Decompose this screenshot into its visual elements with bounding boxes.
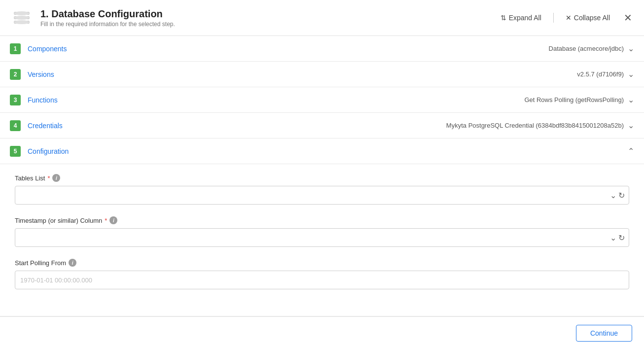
step-1-left: 1 Components — [10, 43, 67, 54]
timestamp-column-label: Timestamp (or similar) Column * i — [15, 216, 629, 224]
accordion: 1 Components Database (acmecore/jdbc) ⌄ … — [0, 36, 644, 316]
step-1-row[interactable]: 1 Components Database (acmecore/jdbc) ⌄ — [0, 36, 644, 62]
timestamp-column-refresh-icon[interactable]: ↻ — [618, 233, 625, 242]
timestamp-column-input-wrapper: ⌄ ↻ — [15, 228, 629, 247]
step-3-value: Get Rows Polling (getRowsPolling) — [524, 96, 624, 104]
tables-list-label: Tables List * i — [15, 174, 629, 182]
step-2-value: v2.5.7 (d7106f9) — [577, 70, 624, 78]
step-3-label: Functions — [28, 96, 58, 104]
step-1-label: Components — [28, 45, 67, 53]
step-1-value: Database (acmecore/jdbc) — [549, 45, 624, 52]
step-2-badge: 2 — [10, 69, 21, 80]
timestamp-column-field-group: Timestamp (or similar) Column * i ⌄ ↻ — [15, 216, 629, 247]
page-footer: Continue — [0, 316, 644, 346]
tables-list-refresh-icon[interactable]: ↻ — [618, 191, 625, 200]
continue-button[interactable]: Continue — [576, 325, 632, 342]
timestamp-column-input[interactable] — [15, 234, 610, 242]
step-4-left: 4 Credentials — [10, 120, 63, 131]
tables-list-input-wrapper: ⌄ ↻ — [15, 186, 629, 205]
page-header: 1. Database Configuration Fill in the re… — [0, 0, 644, 36]
step-4-badge: 4 — [10, 120, 21, 131]
tables-list-info-icon[interactable]: i — [52, 174, 60, 182]
tables-list-field-group: Tables List * i ⌄ ↻ — [15, 174, 629, 205]
step-2-row[interactable]: 2 Versions v2.5.7 (d7106f9) ⌄ — [0, 62, 644, 87]
start-polling-input-wrapper — [15, 271, 629, 289]
step-4-row[interactable]: 4 Credentials Mykyta PostgreSQL Credenti… — [0, 113, 644, 138]
step-3-left: 3 Functions — [10, 95, 58, 105]
header-actions: ⇅ Expand All ✕ Collapse All ✕ — [498, 10, 634, 26]
step-4-right: Mykyta PostgreSQL Credential (6384bdf83b… — [446, 121, 634, 130]
step-1-badge: 1 — [10, 43, 21, 54]
timestamp-column-label-text: Timestamp (or similar) Column — [15, 217, 102, 224]
start-polling-field-group: Start Polling From i — [15, 259, 629, 289]
step-5-left: 5 Configuration — [10, 146, 69, 157]
timestamp-column-info-icon[interactable]: i — [109, 216, 117, 224]
step-3-badge: 3 — [10, 95, 21, 105]
start-polling-info-icon[interactable]: i — [69, 259, 76, 267]
step-2-right: v2.5.7 (d7106f9) ⌄ — [577, 69, 634, 79]
header-text: 1. Database Configuration Fill in the re… — [40, 8, 175, 28]
db-icon — [10, 6, 34, 30]
start-polling-label: Start Polling From i — [15, 259, 629, 267]
step-3-right: Get Rows Polling (getRowsPolling) ⌄ — [524, 95, 634, 104]
step-4-label: Credentials — [28, 122, 63, 130]
step-1-right: Database (acmecore/jdbc) ⌄ — [549, 44, 634, 53]
step-3-row[interactable]: 3 Functions Get Rows Polling (getRowsPol… — [0, 87, 644, 113]
config-content: Tables List * i ⌄ ↻ Timestamp (or simila… — [0, 164, 644, 316]
svg-point-3 — [14, 11, 30, 15]
step-5-chevron-icon: ⌃ — [628, 146, 634, 156]
collapse-all-label: Collapse All — [574, 14, 610, 22]
expand-all-button[interactable]: ⇅ Expand All — [498, 12, 544, 24]
expand-all-label: Expand All — [509, 14, 541, 22]
timestamp-column-actions: ⌄ ↻ — [610, 233, 629, 242]
collapse-all-icon: ✕ — [566, 14, 572, 22]
tables-list-label-text: Tables List — [15, 174, 45, 182]
expand-all-icon: ⇅ — [501, 14, 506, 22]
step-4-chevron-icon: ⌄ — [628, 121, 634, 130]
tables-list-input[interactable] — [15, 192, 610, 199]
step-5-row[interactable]: 5 Configuration ⌃ — [0, 138, 644, 164]
page-wrapper: 1. Database Configuration Fill in the re… — [0, 0, 644, 346]
page-title: 1. Database Configuration — [40, 8, 175, 20]
step-2-chevron-icon: ⌄ — [628, 69, 634, 79]
step-2-label: Versions — [28, 70, 54, 78]
tables-list-required: * — [47, 174, 50, 182]
page-subtitle: Fill in the required information for the… — [40, 21, 175, 28]
step-2-left: 2 Versions — [10, 69, 54, 80]
timestamp-column-required: * — [105, 217, 107, 224]
tables-list-actions: ⌄ ↻ — [610, 191, 629, 200]
step-4-value: Mykyta PostgreSQL Credential (6384bdf83b… — [446, 122, 624, 129]
divider — [553, 13, 554, 23]
header-left: 1. Database Configuration Fill in the re… — [10, 6, 175, 30]
step-5-right: ⌃ — [628, 146, 634, 156]
tables-list-dropdown-icon[interactable]: ⌄ — [610, 191, 616, 200]
svg-point-4 — [14, 16, 30, 20]
start-polling-input[interactable] — [15, 277, 629, 284]
step-1-chevron-icon: ⌄ — [628, 44, 634, 53]
step-3-chevron-icon: ⌄ — [628, 95, 634, 104]
svg-point-5 — [14, 20, 30, 24]
collapse-all-button[interactable]: ✕ Collapse All — [563, 12, 613, 24]
close-button[interactable]: ✕ — [622, 10, 634, 26]
step-5-badge: 5 — [10, 146, 21, 157]
step-5-label: Configuration — [28, 147, 69, 155]
close-icon: ✕ — [624, 12, 632, 23]
start-polling-label-text: Start Polling From — [15, 259, 66, 267]
timestamp-column-dropdown-icon[interactable]: ⌄ — [610, 233, 616, 242]
